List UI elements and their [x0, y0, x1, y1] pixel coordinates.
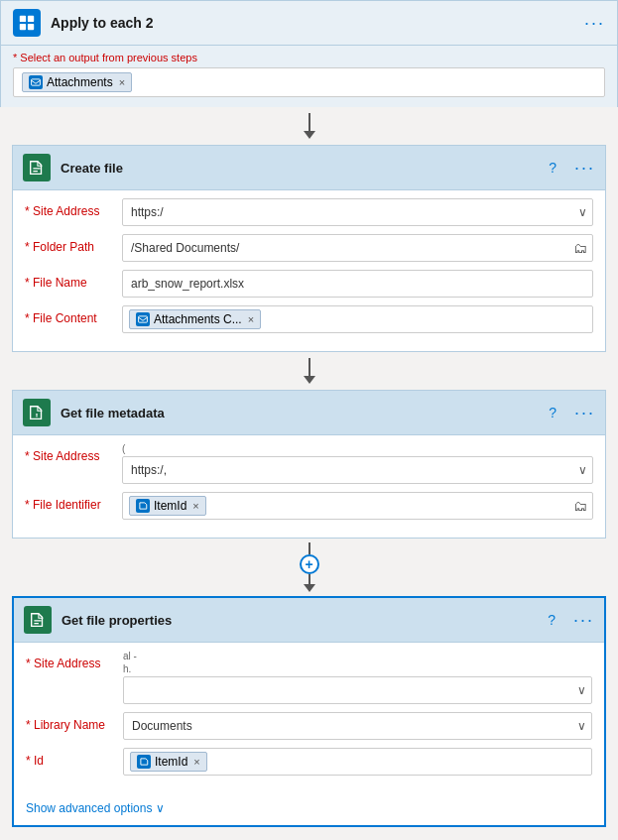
- site-address-field-wrap-1: ∨: [122, 198, 593, 226]
- id-tag-icon: [137, 755, 151, 769]
- file-identifier-tag-label: ItemId: [154, 499, 186, 513]
- file-content-tag: Attachments C... ×: [129, 309, 261, 329]
- folder-path-label: * Folder Path: [25, 234, 114, 254]
- get-file-metadata-card: Get file metadata ? ··· * Site Address (…: [12, 390, 606, 539]
- get-file-properties-help[interactable]: ?: [548, 612, 556, 628]
- arrow-head-2: [304, 376, 315, 384]
- site-address-field-2[interactable]: [122, 456, 593, 484]
- plus-arrow-head: [304, 584, 315, 592]
- library-name-row: * Library Name ∨: [26, 712, 592, 740]
- outlook-tag-icon: [29, 75, 43, 89]
- show-advanced-chevron: ∨: [156, 801, 165, 815]
- id-tag-field[interactable]: ItemId ×: [123, 748, 592, 776]
- select-output-section: * Select an output from previous steps A…: [0, 46, 618, 107]
- plus-line-top: [309, 542, 310, 554]
- get-file-metadata-header: Get file metadata ? ···: [13, 391, 605, 435]
- file-content-row: * File Content Attachments C... ×: [25, 305, 593, 333]
- get-file-metadata-icon: [23, 399, 51, 426]
- select-output-label: * Select an output from previous steps: [13, 52, 605, 63]
- file-content-tag-close[interactable]: ×: [248, 313, 254, 325]
- arrow-down-2: [304, 358, 315, 384]
- site-address-row-3: * Site Address al - h. ∨: [26, 651, 592, 704]
- add-step-button[interactable]: +: [300, 554, 319, 574]
- arrow-down-1: [304, 113, 315, 139]
- get-file-metadata-form: * Site Address ( ∨ * File Identifier: [13, 435, 605, 538]
- file-content-label: * File Content: [25, 305, 114, 325]
- id-tag-close[interactable]: ×: [193, 756, 199, 768]
- loop-header: Apply to each 2 ···: [0, 0, 618, 46]
- loop-icon: [13, 9, 41, 37]
- advanced-options-section: Show advanced options ∨: [14, 793, 604, 825]
- site-address-field-1[interactable]: [122, 198, 593, 226]
- svg-rect-5: [139, 316, 148, 322]
- file-identifier-input: ItemId × 🗂: [122, 492, 593, 520]
- file-identifier-tag: ItemId ×: [129, 496, 206, 516]
- loop-title: Apply to each 2: [51, 15, 574, 31]
- site-address-input-3: al - h. ∨: [123, 651, 592, 704]
- get-file-properties-form: * Site Address al - h. ∨ * Library Name …: [14, 643, 604, 793]
- site-address-label-1: * Site Address: [25, 198, 114, 218]
- plus-connector: +: [0, 539, 618, 596]
- site-address-wrap-2: ∨: [122, 456, 593, 484]
- arrow-connector-1: [0, 107, 618, 145]
- file-identifier-label: * File Identifier: [25, 492, 114, 512]
- folder-path-input: 🗂: [122, 234, 593, 262]
- file-content-tag-label: Attachments C...: [154, 312, 242, 326]
- id-tag-label: ItemId: [155, 755, 187, 769]
- file-name-field[interactable]: [122, 270, 593, 298]
- plus-arrow-line: [309, 574, 310, 584]
- arrow-connector-2: [0, 352, 618, 390]
- file-content-tag-field[interactable]: Attachments C... ×: [122, 305, 593, 333]
- library-name-label: * Library Name: [26, 712, 115, 732]
- site-address-field-3[interactable]: [123, 676, 592, 704]
- file-content-input: Attachments C... ×: [122, 305, 593, 333]
- file-name-row: * File Name: [25, 270, 593, 298]
- site-address-input-2: ( ∨: [122, 443, 593, 484]
- header-more-button[interactable]: ···: [584, 13, 605, 34]
- file-name-input: [122, 270, 593, 298]
- get-file-metadata-help[interactable]: ?: [549, 405, 556, 420]
- library-name-wrap: ∨: [123, 712, 592, 740]
- library-name-input: ∨: [123, 712, 592, 740]
- id-label: * Id: [26, 748, 115, 768]
- file-identifier-tag-field[interactable]: ItemId ×: [122, 492, 593, 520]
- svg-point-6: [36, 414, 38, 416]
- svg-rect-4: [32, 79, 41, 85]
- site-address-note-2: (: [122, 443, 593, 454]
- site-address-wrap-3: ∨: [123, 676, 592, 704]
- folder-path-wrap: 🗂: [122, 234, 593, 262]
- site-address-row-1: * Site Address ∨: [25, 198, 593, 226]
- site-address-label-3: * Site Address: [26, 651, 115, 670]
- folder-path-field[interactable]: [122, 234, 593, 262]
- library-name-field[interactable]: [123, 712, 592, 740]
- select-output-input[interactable]: Attachments ×: [13, 67, 605, 97]
- show-advanced-options-link[interactable]: Show advanced options ∨: [26, 801, 592, 815]
- file-content-tag-icon: [136, 312, 150, 326]
- get-file-properties-title: Get file properties: [62, 613, 538, 628]
- get-file-properties-more[interactable]: ···: [573, 610, 594, 631]
- svg-rect-0: [20, 16, 26, 22]
- site-address-note-3b: h.: [123, 663, 592, 674]
- create-file-help[interactable]: ?: [549, 160, 556, 176]
- id-row: * Id ItemId ×: [26, 748, 592, 776]
- id-tag: ItemId ×: [130, 752, 207, 772]
- plus-arrow-down: [304, 574, 315, 592]
- arrow-line-2: [309, 358, 310, 376]
- show-advanced-label: Show advanced options: [26, 801, 152, 815]
- site-address-label-2: * Site Address: [25, 443, 114, 463]
- file-identifier-wrap: ItemId × 🗂: [122, 492, 593, 520]
- folder-path-row: * Folder Path 🗂: [25, 234, 593, 262]
- get-file-metadata-title: Get file metadata: [61, 406, 539, 420]
- attachments-tag-close[interactable]: ×: [119, 76, 125, 88]
- get-file-metadata-more[interactable]: ···: [574, 403, 595, 423]
- id-input: ItemId ×: [123, 748, 592, 776]
- svg-rect-1: [28, 16, 34, 22]
- create-file-form: * Site Address ∨ * Folder Path 🗂: [13, 190, 605, 351]
- create-file-more[interactable]: ···: [574, 158, 595, 179]
- get-file-properties-icon: [24, 606, 52, 634]
- site-address-row-2: * Site Address ( ∨: [25, 443, 593, 484]
- create-file-card: Create file ? ··· * Site Address ∨ * Fol…: [12, 145, 606, 352]
- arrow-line-1: [309, 113, 310, 131]
- file-identifier-tag-close[interactable]: ×: [192, 500, 198, 512]
- arrow-head-1: [304, 131, 315, 139]
